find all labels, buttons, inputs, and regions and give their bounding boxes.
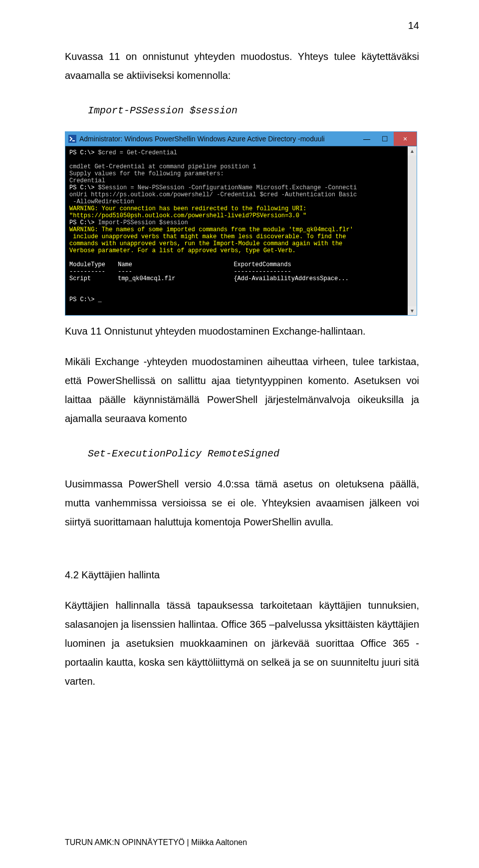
terminal-line	[69, 289, 73, 296]
maximize-button[interactable]: ☐	[376, 132, 394, 146]
terminal-line	[69, 254, 73, 261]
terminal-line: Supply values for the following paramete…	[69, 170, 224, 177]
vertical-scrollbar[interactable]: ▴ ▾	[408, 146, 417, 315]
terminal-line: cmdlet Get-Credential at command pipelin…	[69, 163, 256, 170]
cmd-text: Import-PSSession $session	[94, 219, 188, 226]
table-row: Script tmp_qk04mcql.flr {Add-Availabilit…	[69, 275, 349, 282]
warning-line: commands with unapproved verbs, run the …	[69, 240, 342, 247]
code-block-2: Set-ExecutionPolicy RemoteSigned	[88, 448, 419, 459]
minimize-button[interactable]: —	[358, 132, 376, 146]
prompt: PS C:\>	[69, 184, 94, 191]
footer-text: TURUN AMK:N OPINNÄYTETYÖ | Miikka Aalton…	[65, 838, 247, 847]
cursor: _	[94, 296, 101, 303]
close-button[interactable]: ×	[394, 132, 417, 146]
paragraph-4: Käyttäjien hallinnalla tässä tapauksessa…	[65, 596, 419, 691]
warning-line: WARNING: Your connection has been redire…	[69, 205, 306, 212]
paragraph-2: Mikäli Exchange -yhteyden muodostaminen …	[65, 352, 419, 428]
cmd-text: $cred = Get-Credential	[94, 149, 177, 156]
terminal-output[interactable]: PS C:\> $cred = Get-Credential cmdlet Ge…	[65, 146, 408, 315]
cmd-text: $Session = New-PSSession -ConfigurationN…	[94, 184, 357, 191]
terminal-line	[69, 303, 73, 310]
table-separator: ---------- ---- ----------------	[69, 268, 291, 275]
prompt: PS C:\>	[69, 296, 94, 303]
scrollbar-track[interactable]	[408, 155, 417, 306]
prompt: PS C:\>	[69, 149, 94, 156]
terminal-line: -AllowRedirection	[69, 198, 134, 205]
section-heading: 4.2 Käyttäjien hallinta	[65, 569, 419, 581]
terminal-line: Credential	[69, 177, 105, 184]
scroll-up-icon[interactable]: ▴	[408, 146, 417, 155]
paragraph-1: Kuvassa 11 on onnistunut yhteyden muodos…	[65, 47, 419, 85]
paragraph-3: Uusimmassa PowerShell versio 4.0:ssa täm…	[65, 474, 419, 531]
terminal-line: onUri https://ps.outlook.com/powershell/…	[69, 191, 357, 198]
terminal-window: Administrator: Windows PowerShellin Wind…	[65, 131, 417, 316]
code-block-1: Import-PSSession $session	[88, 105, 419, 116]
warning-line: "https://pod51050psh.outlook.com/powersh…	[69, 212, 306, 219]
table-header: ModuleType Name ExportedCommands	[69, 261, 291, 268]
page-number: 14	[408, 20, 419, 31]
window-titlebar: Administrator: Windows PowerShellin Wind…	[65, 132, 417, 146]
terminal-line	[69, 156, 73, 163]
warning-line: Verbose parameter. For a list of approve…	[69, 247, 296, 254]
figure-caption: Kuva 11 Onnistunut yhteyden muodostamine…	[65, 326, 419, 337]
powershell-icon	[68, 135, 76, 143]
scroll-down-icon[interactable]: ▾	[408, 306, 417, 315]
terminal-line	[69, 282, 73, 289]
warning-line: include unapproved verbs that might make…	[69, 233, 346, 240]
prompt: PS C:\>	[69, 219, 94, 226]
window-title: Administrator: Windows PowerShellin Wind…	[79, 135, 358, 143]
warning-line: WARNING: The names of some imported comm…	[69, 226, 353, 233]
terminal-body: PS C:\> $cred = Get-Credential cmdlet Ge…	[65, 146, 417, 315]
